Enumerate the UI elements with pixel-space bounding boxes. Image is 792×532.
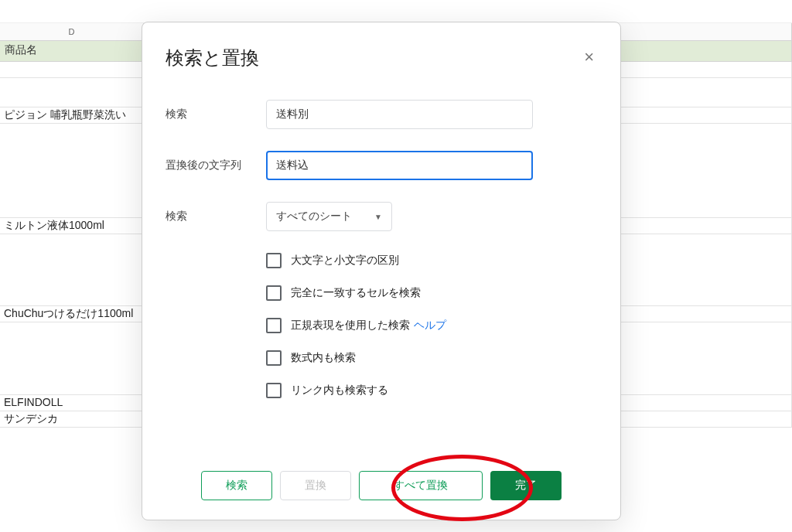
find-replace-dialog: 検索と置換 × 検索 置換後の文字列 検索 すべてのシート ▼ 大文字と小文字の… — [142, 22, 621, 520]
match-case-checkbox[interactable] — [266, 253, 282, 268]
find-button[interactable]: 検索 — [201, 471, 272, 500]
cell[interactable]: サンデシカ — [0, 411, 144, 428]
col-header-d[interactable]: D — [0, 23, 144, 40]
toolbar — [0, 0, 792, 23]
replace-button: 置換 — [280, 471, 351, 500]
cell[interactable]: ELFINDOLL — [0, 395, 144, 411]
match-entire-checkbox[interactable] — [266, 285, 282, 301]
cell[interactable] — [0, 124, 144, 218]
replace-input[interactable] — [266, 151, 533, 180]
formulas-label: 数式内も検索 — [291, 351, 356, 365]
regex-checkbox[interactable] — [266, 318, 282, 333]
cell[interactable]: ピジョン 哺乳瓶野菜洗い — [0, 107, 144, 124]
search-scope-select[interactable]: すべてのシート ▼ — [266, 202, 392, 231]
regex-help-link[interactable]: ヘルプ — [414, 319, 446, 332]
formulas-checkbox[interactable] — [266, 350, 282, 366]
cell[interactable] — [0, 322, 144, 395]
dialog-title: 検索と置換 — [166, 46, 259, 70]
cell-header-d[interactable]: 商品名 — [0, 41, 144, 61]
find-input[interactable] — [266, 100, 533, 129]
scope-label: 検索 — [166, 210, 266, 223]
cell[interactable]: ChuChuつけるだけ1100ml — [0, 306, 144, 322]
cell[interactable] — [0, 62, 144, 78]
find-label: 検索 — [166, 107, 266, 121]
close-icon[interactable]: × — [581, 46, 597, 69]
dialog-buttons: 検索 置換 すべて置換 完了 — [142, 471, 620, 500]
cell[interactable]: ミルトン液体1000ml — [0, 218, 144, 234]
match-case-label: 大文字と小文字の区別 — [291, 254, 399, 268]
cell[interactable] — [0, 234, 144, 306]
caret-down-icon: ▼ — [374, 213, 382, 221]
match-entire-label: 完全に一致するセルを検索 — [291, 286, 421, 300]
cell[interactable] — [0, 78, 144, 107]
replace-all-button[interactable]: すべて置換 — [359, 471, 483, 500]
replace-label: 置換後の文字列 — [166, 159, 266, 172]
done-button[interactable]: 完了 — [490, 471, 562, 500]
regex-label: 正規表現を使用した検索 — [291, 319, 410, 332]
scope-value: すべてのシート — [276, 210, 352, 223]
links-checkbox[interactable] — [266, 383, 282, 398]
links-label: リンク内も検索する — [291, 384, 388, 397]
